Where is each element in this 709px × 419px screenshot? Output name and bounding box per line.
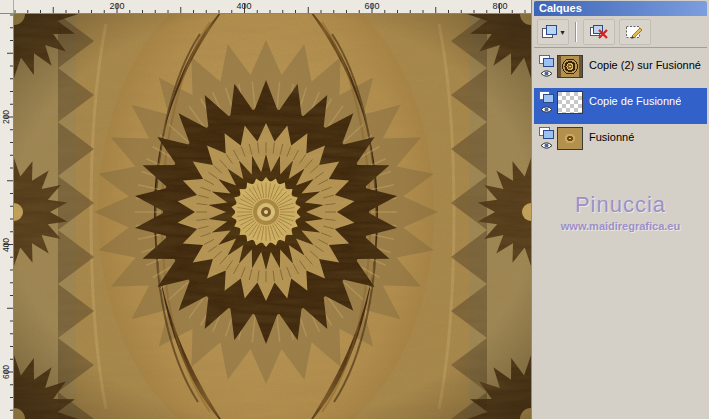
new-layer-icon <box>541 24 559 40</box>
layer-thumbnail <box>557 55 583 78</box>
layers-palette: Calques ▾ <box>531 0 709 419</box>
canvas-area: 200 400 600 800 200 400 600 <box>0 0 531 419</box>
layers-list: Copie (2) sur Fusionné Copie de Fusionné <box>534 52 707 160</box>
raster-layer-icon <box>539 127 554 139</box>
palette-titlebar[interactable]: Calques <box>534 1 707 16</box>
ruler-label: 200 <box>109 1 124 11</box>
ruler-top-ticks <box>14 0 531 14</box>
ruler-corner <box>0 0 14 14</box>
layer-row-copie-de-fusionne[interactable]: Copie de Fusionné <box>534 88 707 124</box>
layer-row-copie-2-sur-fusionne[interactable]: Copie (2) sur Fusionné <box>534 52 707 88</box>
toolbar-separator <box>575 22 577 42</box>
visibility-eye-icon[interactable] <box>540 141 553 150</box>
raster-layer-icon <box>539 91 554 103</box>
ruler-label: 600 <box>1 362 11 382</box>
kaleidoscope-image <box>14 14 531 419</box>
watermark: Pinuccia www.maidiregrafica.eu <box>532 192 709 232</box>
layer-row-controls <box>538 127 555 150</box>
delete-layer-icon <box>589 24 609 40</box>
app-window: 200 400 600 800 200 400 600 <box>0 0 709 419</box>
layer-thumbnail <box>557 91 583 114</box>
delete-layer-button[interactable] <box>583 19 615 45</box>
ruler-label: 400 <box>236 1 251 11</box>
visibility-eye-icon[interactable] <box>540 105 553 114</box>
ruler-left-ticks <box>0 14 14 419</box>
layer-label: Fusionné <box>589 131 634 143</box>
canvas[interactable] <box>14 14 531 419</box>
layer-row-controls <box>538 55 555 78</box>
palette-toolbar: ▾ <box>534 17 707 48</box>
ruler-label: 200 <box>1 107 11 127</box>
raster-layer-icon <box>539 55 554 67</box>
edit-selection-icon <box>625 24 645 40</box>
layer-row-fusionne[interactable]: Fusionné <box>534 124 707 160</box>
watermark-url: www.maidiregrafica.eu <box>532 220 709 232</box>
ruler-label: 800 <box>492 1 507 11</box>
ruler-top[interactable]: 200 400 600 800 <box>14 0 531 14</box>
palette-title-label: Calques <box>539 2 582 14</box>
ruler-left[interactable]: 200 400 600 <box>0 14 14 419</box>
watermark-name: Pinuccia <box>532 192 709 218</box>
layer-label: Copie (2) sur Fusionné <box>589 59 701 71</box>
layer-label: Copie de Fusionné <box>589 95 681 107</box>
ruler-label: 400 <box>1 235 11 255</box>
new-layer-button[interactable]: ▾ <box>537 19 569 45</box>
layer-thumbnail <box>557 127 583 150</box>
edit-selection-button[interactable] <box>619 19 651 45</box>
visibility-eye-icon[interactable] <box>540 69 553 78</box>
layer-row-controls <box>538 91 555 114</box>
ruler-label: 600 <box>364 1 379 11</box>
chevron-down-icon: ▾ <box>560 28 564 37</box>
